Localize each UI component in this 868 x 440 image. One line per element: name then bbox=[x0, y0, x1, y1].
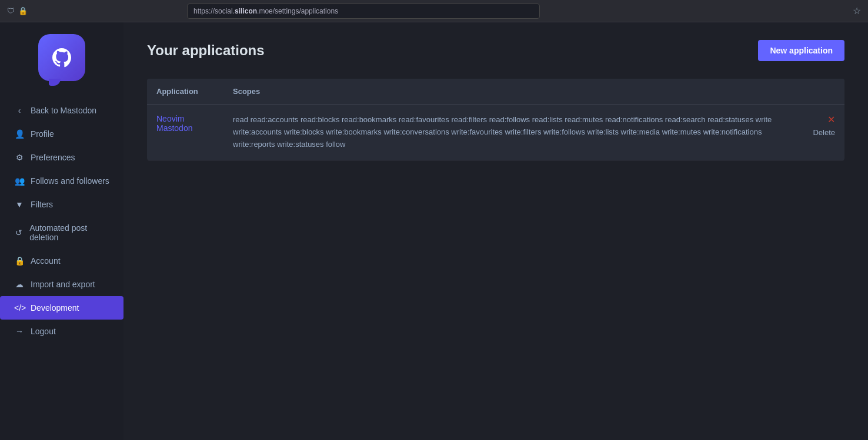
app-name-link[interactable]: Neovim Mastodon bbox=[156, 114, 192, 133]
back-icon: ‹ bbox=[14, 106, 25, 115]
page-header: Your applications New application bbox=[147, 40, 844, 61]
nav-item-follows: 👥 Follows and followers bbox=[0, 169, 123, 193]
nav-item-back: ‹ Back to Mastodon bbox=[0, 99, 123, 122]
nav-item-account: 🔒 Account bbox=[0, 249, 123, 273]
nav-item-logout: → Logout bbox=[0, 320, 123, 343]
sidebar-item-development[interactable]: </> Development bbox=[0, 296, 123, 320]
cloud-icon: ☁ bbox=[14, 280, 25, 289]
browser-chrome: 🛡 🔒 https://social.silicon.moe/settings/… bbox=[0, 0, 868, 22]
sidebar-item-label: Follows and followers bbox=[31, 176, 109, 186]
follows-icon: 👥 bbox=[14, 176, 25, 186]
new-application-button[interactable]: New application bbox=[758, 40, 844, 61]
sidebar-item-label: Account bbox=[31, 256, 61, 266]
sidebar-item-automated-post-deletion[interactable]: ↺ Automated post deletion bbox=[0, 216, 123, 249]
profile-icon: 👤 bbox=[14, 129, 25, 139]
sidebar-item-follows-and-followers[interactable]: 👥 Follows and followers bbox=[0, 169, 123, 193]
page-title: Your applications bbox=[147, 42, 265, 59]
sidebar-item-label: Back to Mastodon bbox=[31, 106, 96, 115]
table-row: Neovim Mastodon read read:accounts read:… bbox=[147, 105, 844, 160]
sidebar-item-label: Preferences bbox=[31, 153, 75, 162]
shield-icon: 🛡 bbox=[7, 6, 15, 15]
sidebar-item-label: Development bbox=[31, 303, 79, 313]
nav-item-development: </> Development bbox=[0, 296, 123, 320]
nav-item-filters: ▼ Filters bbox=[0, 193, 123, 216]
sidebar-item-profile[interactable]: 👤 Profile bbox=[0, 122, 123, 146]
gear-icon: ⚙ bbox=[14, 153, 25, 162]
browser-controls: 🛡 🔒 bbox=[7, 6, 28, 15]
scopes-cell: read read:accounts read:blocks read:book… bbox=[223, 105, 797, 160]
nav-item-preferences: ⚙ Preferences bbox=[0, 146, 123, 169]
nav-item-profile: 👤 Profile bbox=[0, 122, 123, 146]
table-header: Application Scopes bbox=[147, 79, 844, 105]
app-container: ‹ Back to Mastodon 👤 Profile ⚙ Preferenc… bbox=[0, 22, 868, 440]
applications-table: Application Scopes Neovim Mastodon read … bbox=[147, 79, 844, 160]
sidebar-item-label: Profile bbox=[31, 129, 54, 139]
actions-cell: ✕ Delete bbox=[797, 105, 844, 160]
col-header-actions bbox=[797, 79, 844, 105]
url-text: https://social.silicon.moe/settings/appl… bbox=[193, 7, 338, 15]
main-content: Your applications New application Applic… bbox=[123, 22, 868, 440]
nav-item-auto-delete: ↺ Automated post deletion bbox=[0, 216, 123, 249]
lock-icon: 🔒 bbox=[14, 256, 25, 266]
code-icon: </> bbox=[14, 303, 25, 313]
delete-link[interactable]: Delete bbox=[813, 128, 835, 137]
sidebar-item-filters[interactable]: ▼ Filters bbox=[0, 193, 123, 216]
filter-icon: ▼ bbox=[14, 200, 25, 209]
sidebar-item-preferences[interactable]: ⚙ Preferences bbox=[0, 146, 123, 169]
sidebar-item-label: Filters bbox=[31, 200, 53, 209]
lock-icon: 🔒 bbox=[18, 6, 28, 15]
scopes-text: read read:accounts read:blocks read:book… bbox=[233, 115, 772, 149]
sidebar-item-back-to-mastodon[interactable]: ‹ Back to Mastodon bbox=[0, 99, 123, 122]
address-bar[interactable]: https://social.silicon.moe/settings/appl… bbox=[187, 4, 540, 19]
sidebar-item-import-and-export[interactable]: ☁ Import and export bbox=[0, 273, 123, 296]
nav-menu: ‹ Back to Mastodon 👤 Profile ⚙ Preferenc… bbox=[0, 99, 123, 343]
logout-icon: → bbox=[14, 327, 25, 336]
col-header-scopes: Scopes bbox=[223, 79, 797, 105]
table-body: Neovim Mastodon read read:accounts read:… bbox=[147, 105, 844, 160]
app-name-cell: Neovim Mastodon bbox=[147, 105, 223, 160]
delete-x-icon[interactable]: ✕ bbox=[807, 114, 835, 125]
mastodon-m-icon bbox=[48, 43, 76, 72]
sidebar-item-account[interactable]: 🔒 Account bbox=[0, 249, 123, 273]
col-header-application: Application bbox=[147, 79, 223, 105]
sidebar-item-label: Automated post deletion bbox=[29, 223, 109, 242]
nav-item-import-export: ☁ Import and export bbox=[0, 273, 123, 296]
sidebar-item-label: Import and export bbox=[31, 280, 95, 289]
bookmark-icon[interactable]: ☆ bbox=[853, 5, 861, 16]
logo-container bbox=[38, 34, 85, 81]
sidebar-item-logout[interactable]: → Logout bbox=[0, 320, 123, 343]
mastodon-logo bbox=[38, 34, 85, 81]
auto-delete-icon: ↺ bbox=[14, 228, 24, 237]
sidebar: ‹ Back to Mastodon 👤 Profile ⚙ Preferenc… bbox=[0, 22, 123, 440]
sidebar-item-label: Logout bbox=[31, 327, 56, 336]
